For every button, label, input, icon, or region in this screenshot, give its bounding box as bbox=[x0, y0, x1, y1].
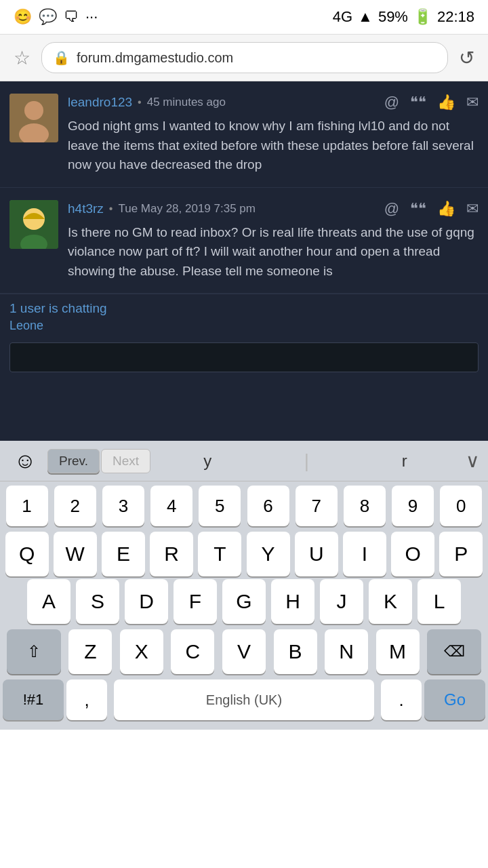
asdf-row: A S D F G H J K L bbox=[0, 578, 488, 625]
key-w[interactable]: W bbox=[54, 532, 97, 576]
collapse-keyboard-button[interactable]: ∨ bbox=[466, 450, 480, 472]
network-type: 4G bbox=[333, 8, 352, 26]
svg-point-1 bbox=[24, 101, 43, 120]
url-bar[interactable]: 🔒 forum.dmgamestudio.com bbox=[41, 42, 448, 73]
key-v[interactable]: V bbox=[222, 629, 266, 674]
key-d[interactable]: D bbox=[125, 579, 168, 624]
mail-icon[interactable]: ✉ bbox=[466, 94, 479, 111]
profile-icon: 😊 bbox=[14, 8, 32, 26]
key-k[interactable]: K bbox=[369, 579, 412, 624]
backspace-icon: ⌫ bbox=[444, 643, 465, 660]
post-item: h4t3rz • Tue May 28, 2019 7:35 pm @ ❝❝ 👍… bbox=[0, 188, 488, 294]
key-8[interactable]: 8 bbox=[344, 486, 386, 526]
message-icon: 💬 bbox=[39, 8, 57, 26]
post-header: h4t3rz • Tue May 28, 2019 7:35 pm @ ❝❝ 👍… bbox=[68, 200, 479, 218]
like-icon[interactable]: 👍 bbox=[437, 94, 455, 111]
input-area bbox=[0, 336, 488, 379]
post-text: Is there no GM to read inbox? Or is real… bbox=[68, 223, 479, 281]
dots-icon: ··· bbox=[85, 8, 98, 26]
key-1[interactable]: 1 bbox=[6, 486, 48, 526]
key-n[interactable]: N bbox=[325, 629, 368, 674]
next-button[interactable]: Next bbox=[101, 449, 150, 473]
zxcv-row: ⇧ Z X C V B N M ⌫ bbox=[0, 625, 488, 675]
mention-icon[interactable]: @ bbox=[384, 94, 399, 111]
key-r[interactable]: R bbox=[150, 532, 193, 576]
key-b[interactable]: B bbox=[274, 629, 317, 674]
mention-icon[interactable]: @ bbox=[384, 200, 399, 218]
key-4[interactable]: 4 bbox=[150, 486, 192, 526]
key-0[interactable]: 0 bbox=[440, 486, 482, 526]
go-button[interactable]: Go bbox=[424, 679, 485, 720]
chat-users-count: 1 user is chatting bbox=[9, 301, 479, 316]
mail-icon[interactable]: ✉ bbox=[466, 200, 479, 218]
quote-icon[interactable]: ❝❝ bbox=[410, 200, 426, 218]
avatar bbox=[9, 94, 58, 142]
key-i[interactable]: I bbox=[343, 532, 386, 576]
post-time: Tue May 28, 2019 7:35 pm bbox=[118, 202, 256, 216]
key-l[interactable]: L bbox=[418, 579, 461, 624]
key-s[interactable]: S bbox=[76, 579, 119, 624]
period-button[interactable]: . bbox=[381, 679, 422, 720]
post-text: Good night gms I wanted to know why I am… bbox=[68, 117, 479, 175]
key-e[interactable]: E bbox=[102, 532, 145, 576]
battery-icon: 🔋 bbox=[413, 8, 432, 26]
key-m[interactable]: M bbox=[376, 629, 420, 674]
status-bar-right: 4G ▲ 59% 🔋 22:18 bbox=[333, 8, 474, 26]
like-icon[interactable]: 👍 bbox=[437, 200, 455, 218]
key-g[interactable]: G bbox=[222, 579, 266, 624]
key-o[interactable]: O bbox=[391, 532, 434, 576]
space-button[interactable]: English (UK) bbox=[114, 679, 374, 720]
number-row: 1 2 3 4 5 6 7 8 9 0 bbox=[0, 481, 488, 528]
symbol-button[interactable]: !#1 bbox=[3, 679, 64, 720]
key-x[interactable]: X bbox=[120, 629, 163, 674]
qwerty-row: Q W E R T Y U I O P bbox=[0, 528, 488, 578]
post-meta: h4t3rz • Tue May 28, 2019 7:35 pm bbox=[68, 201, 256, 216]
key-t[interactable]: T bbox=[198, 532, 241, 576]
shift-button[interactable]: ⇧ bbox=[7, 629, 61, 674]
post-username[interactable]: h4t3rz bbox=[68, 201, 104, 216]
key-f[interactable]: F bbox=[174, 579, 217, 624]
lock-icon: 🔒 bbox=[53, 50, 70, 66]
key-6[interactable]: 6 bbox=[247, 486, 289, 526]
browser-bar: ☆ 🔒 forum.dmgamestudio.com ↺ bbox=[0, 34, 488, 81]
post-header: leandro123 • 45 minutes ago @ ❝❝ 👍 ✉ bbox=[68, 94, 479, 111]
quote-icon[interactable]: ❝❝ bbox=[410, 94, 426, 111]
toolbar-suggestion: y | r bbox=[150, 450, 460, 472]
key-h[interactable]: H bbox=[271, 579, 314, 624]
forum-content: leandro123 • 45 minutes ago @ ❝❝ 👍 ✉ Goo… bbox=[0, 81, 488, 441]
avatar bbox=[9, 200, 58, 249]
post-time: 45 minutes ago bbox=[147, 96, 226, 109]
key-9[interactable]: 9 bbox=[392, 486, 434, 526]
clock: 22:18 bbox=[437, 8, 474, 26]
toolbar-nav: Prev. Next bbox=[47, 449, 150, 473]
key-7[interactable]: 7 bbox=[296, 486, 338, 526]
suggestion-right[interactable]: r bbox=[402, 452, 407, 471]
key-2[interactable]: 2 bbox=[54, 486, 96, 526]
comma-button[interactable]: , bbox=[66, 679, 107, 720]
post-username[interactable]: leandro123 bbox=[68, 95, 132, 110]
suggestion-left[interactable]: y bbox=[203, 452, 211, 471]
post-body: leandro123 • 45 minutes ago @ ❝❝ 👍 ✉ Goo… bbox=[68, 94, 479, 175]
key-q[interactable]: Q bbox=[5, 532, 49, 576]
key-z[interactable]: Z bbox=[68, 629, 112, 674]
key-5[interactable]: 5 bbox=[199, 486, 241, 526]
chat-active-user: Leone bbox=[9, 319, 479, 333]
key-y[interactable]: Y bbox=[247, 532, 290, 576]
bottom-row: !#1 , English (UK) . Go bbox=[0, 675, 488, 727]
bookmark-icon[interactable]: ☆ bbox=[14, 47, 30, 69]
key-a[interactable]: A bbox=[27, 579, 70, 624]
post-item: leandro123 • 45 minutes ago @ ❝❝ 👍 ✉ Goo… bbox=[0, 81, 488, 188]
key-c[interactable]: C bbox=[171, 629, 214, 674]
prev-button[interactable]: Prev. bbox=[47, 449, 100, 473]
chat-input[interactable] bbox=[9, 342, 479, 372]
backspace-button[interactable]: ⌫ bbox=[427, 629, 481, 674]
battery-level: 59% bbox=[378, 8, 408, 26]
signal-strength: ▲ bbox=[358, 8, 373, 26]
key-p[interactable]: P bbox=[439, 532, 483, 576]
refresh-button[interactable]: ↺ bbox=[459, 47, 474, 69]
emoji-button[interactable]: ☺ bbox=[8, 444, 42, 478]
key-u[interactable]: U bbox=[295, 532, 338, 576]
key-3[interactable]: 3 bbox=[102, 486, 144, 526]
key-j[interactable]: J bbox=[320, 579, 363, 624]
status-bar-left: 😊 💬 🗨 ··· bbox=[14, 8, 98, 26]
